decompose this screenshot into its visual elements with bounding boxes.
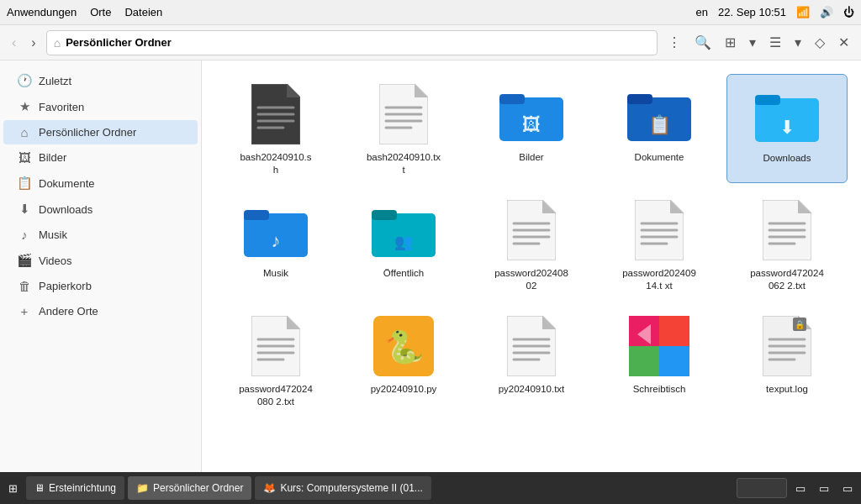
recent-icon: 🕐 bbox=[17, 73, 32, 88]
file-icon bbox=[626, 197, 693, 264]
sidebar-item-home[interactable]: ⌂Persönlicher Ordner bbox=[3, 120, 198, 144]
sidebar-item-documents[interactable]: 📋Dokumente bbox=[3, 171, 198, 196]
firefox-label: Kurs: Computersysteme II (01... bbox=[280, 482, 422, 494]
firefox-icon: 🦊 bbox=[263, 482, 276, 494]
file-item[interactable]: password472024080 2.txt bbox=[215, 306, 336, 415]
file-icon: 🔒 bbox=[753, 312, 821, 380]
sidebar-item-music[interactable]: ♪Musik bbox=[3, 223, 198, 247]
search-button[interactable]: 🔍 bbox=[689, 31, 716, 54]
persoenlich-label: Persönlicher Ordner bbox=[153, 482, 243, 494]
file-icon: ♪ bbox=[242, 197, 309, 264]
file-item[interactable]: bash20240910.txt bbox=[343, 74, 464, 183]
sidebar-label-pictures: Bilder bbox=[39, 151, 66, 164]
taskbar-input[interactable] bbox=[737, 478, 787, 498]
list-view-button[interactable]: ☰ bbox=[764, 31, 786, 54]
sidebar-item-downloads[interactable]: ⬇Downloads bbox=[3, 197, 198, 222]
file-label: py20240910.py bbox=[371, 383, 437, 396]
svg-text:⬇: ⬇ bbox=[779, 117, 795, 138]
sidebar-item-other[interactable]: +Andere Orte bbox=[3, 299, 198, 323]
favorites-icon: ★ bbox=[17, 99, 32, 114]
videos-icon: 🎬 bbox=[17, 253, 32, 268]
svg-text:♪: ♪ bbox=[272, 230, 281, 251]
datetime-label: 22. Sep 10:51 bbox=[718, 6, 786, 18]
sidebar-label-other: Andere Orte bbox=[39, 305, 98, 318]
downloads-icon: ⬇ bbox=[17, 202, 32, 217]
file-icon: 🐍 bbox=[370, 312, 437, 380]
menu-dateien[interactable]: Dateien bbox=[124, 6, 162, 18]
file-item[interactable]: 📋 Dokumente bbox=[599, 74, 720, 183]
power-icon: ⏻ bbox=[843, 6, 854, 18]
taskbar-btn6[interactable]: ▭ bbox=[814, 476, 834, 500]
file-icon bbox=[242, 81, 309, 148]
sidebar-label-music: Musik bbox=[39, 228, 67, 241]
forward-button[interactable]: › bbox=[26, 32, 40, 54]
taskbar-firefox-button[interactable]: 🦊 Kurs: Computersysteme II (01... bbox=[255, 476, 430, 500]
star-button[interactable]: ◇ bbox=[810, 31, 830, 54]
taskbar-btn7[interactable]: ▭ bbox=[837, 476, 858, 500]
svg-rect-61 bbox=[659, 316, 689, 346]
svg-rect-25 bbox=[372, 210, 397, 220]
sidebar-item-recent[interactable]: 🕐Zuletzt bbox=[3, 68, 198, 93]
menu-anwendungen[interactable]: Anwendungen bbox=[7, 6, 77, 18]
pictures-icon: 🖼 bbox=[17, 150, 32, 165]
locale-label: en bbox=[696, 6, 708, 18]
file-label: password20240914.t xt bbox=[621, 267, 697, 292]
file-label: Bilder bbox=[519, 151, 543, 164]
svg-text:🖼: 🖼 bbox=[522, 114, 541, 135]
svg-text:📋: 📋 bbox=[648, 113, 672, 136]
file-item[interactable]: password472024062 2.txt bbox=[726, 190, 848, 299]
file-item[interactable]: py20240910.txt bbox=[471, 306, 592, 415]
file-icon: ⬇ bbox=[753, 81, 821, 149]
file-icon: 👥 bbox=[370, 197, 437, 264]
file-item[interactable]: 👥 Öffentlich bbox=[343, 190, 464, 299]
taskbar-btn5[interactable]: ▭ bbox=[790, 476, 811, 500]
file-item[interactable]: ♪ Musik bbox=[215, 190, 336, 299]
sort-button[interactable]: ▾ bbox=[744, 31, 761, 54]
music-icon: ♪ bbox=[17, 228, 32, 242]
sidebar-label-downloads: Downloads bbox=[39, 203, 92, 216]
taskbar-grid-button[interactable]: ⊞ bbox=[3, 476, 23, 500]
menu-bar: Anwendungen Orte Dateien en 22. Sep 10:5… bbox=[0, 0, 861, 25]
file-item[interactable]: ⬇ Downloads bbox=[726, 74, 848, 183]
taskbar-ersteinrichtung-button[interactable]: 🖥 Ersteinrichtung bbox=[26, 476, 124, 500]
address-bar[interactable]: ⌂ Persönlicher Ordner bbox=[46, 30, 658, 55]
file-item[interactable]: bash20240910.sh bbox=[215, 74, 336, 183]
home-icon: ⌂ bbox=[17, 125, 32, 139]
ersteinrichtung-icon: 🖥 bbox=[34, 482, 45, 494]
sidebar-item-favorites[interactable]: ★Favoriten bbox=[3, 94, 198, 119]
expand-button[interactable]: ▾ bbox=[790, 31, 806, 54]
sidebar-item-videos[interactable]: 🎬Videos bbox=[3, 248, 198, 273]
sidebar-label-trash: Papierkorb bbox=[39, 280, 92, 292]
file-item[interactable]: Schreibtisch bbox=[599, 306, 720, 415]
file-icon bbox=[626, 312, 693, 380]
main-area: 🕐Zuletzt★Favoriten⌂Persönlicher Ordner🖼B… bbox=[0, 60, 861, 479]
menu-orte[interactable]: Orte bbox=[90, 6, 111, 18]
file-icon bbox=[498, 312, 565, 380]
svg-rect-63 bbox=[659, 346, 689, 376]
svg-marker-46 bbox=[287, 316, 300, 329]
file-area: bash20240910.sh bash20240910.txt 🖼 Bilde… bbox=[202, 60, 861, 479]
file-label: Öffentlich bbox=[383, 267, 424, 280]
grid-view-button[interactable]: ⊞ bbox=[720, 31, 741, 54]
taskbar-persoenlich-button[interactable]: 📁 Persönlicher Ordner bbox=[128, 476, 251, 500]
file-label: py20240910.txt bbox=[499, 383, 565, 396]
sidebar-item-trash[interactable]: 🗑Papierkorb bbox=[3, 274, 198, 298]
svg-rect-22 bbox=[244, 210, 269, 220]
wifi-icon: 📶 bbox=[796, 6, 810, 18]
file-label: password20240802 bbox=[494, 267, 569, 292]
file-item[interactable]: 🖼 Bilder bbox=[471, 74, 592, 183]
file-grid: bash20240910.sh bash20240910.txt 🖼 Bilde… bbox=[215, 74, 848, 415]
file-item[interactable]: 🔒 texput.log bbox=[726, 306, 848, 415]
sidebar-item-pictures[interactable]: 🖼Bilder bbox=[3, 145, 198, 170]
file-icon: 📋 bbox=[626, 81, 693, 148]
file-item[interactable]: password20240914.t xt bbox=[599, 190, 720, 299]
documents-icon: 📋 bbox=[17, 176, 32, 191]
close-button[interactable]: ✕ bbox=[833, 31, 854, 54]
file-item[interactable]: 🐍 py20240910.py bbox=[343, 306, 464, 415]
back-button[interactable]: ‹ bbox=[7, 32, 21, 54]
menu-dots-button[interactable]: ⋮ bbox=[663, 31, 686, 54]
volume-icon: 🔊 bbox=[820, 6, 833, 18]
file-item[interactable]: password20240802 bbox=[471, 190, 592, 299]
svg-text:🐍: 🐍 bbox=[384, 328, 425, 366]
sidebar-label-recent: Zuletzt bbox=[39, 75, 71, 87]
